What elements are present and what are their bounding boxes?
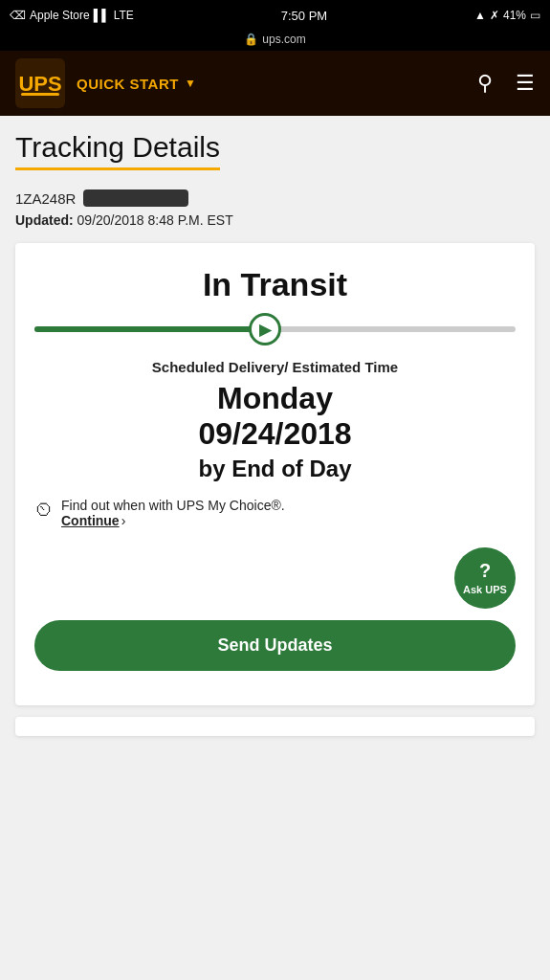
clock-icon: ⏲ bbox=[34, 499, 54, 521]
continue-link[interactable]: Continue › bbox=[61, 513, 125, 528]
my-choice-row: ⏲ Find out when with UPS My Choice®. Con… bbox=[34, 498, 516, 528]
status-right: ▲ ✗ 41% ▭ bbox=[474, 9, 540, 22]
ask-ups-button[interactable]: ? Ask UPS bbox=[454, 547, 516, 609]
ups-logo[interactable]: UPS bbox=[15, 58, 65, 108]
quick-start-menu[interactable]: QUICK START ▼ bbox=[77, 76, 196, 92]
page-title: Tracking Details bbox=[15, 131, 220, 170]
lock-icon: 🔒 bbox=[244, 33, 258, 46]
progress-bar-container: ▶ bbox=[34, 326, 516, 332]
menu-icon[interactable]: ☰ bbox=[516, 71, 535, 96]
signal-bars: ▌▌ bbox=[94, 9, 110, 22]
carrier-name: Apple Store bbox=[30, 9, 90, 22]
progress-fill bbox=[34, 326, 265, 332]
network-type: LTE bbox=[114, 9, 134, 22]
ask-ups-float: ? Ask UPS bbox=[34, 547, 516, 609]
bottom-section-hint bbox=[15, 717, 535, 736]
quick-start-arrow-icon: ▼ bbox=[185, 77, 196, 90]
svg-rect-2 bbox=[21, 93, 59, 96]
delivery-label: Scheduled Delivery/ Estimated Time bbox=[34, 359, 516, 375]
status-bar: ⌫ Apple Store ▌▌ LTE 7:50 PM ▲ ✗ 41% ▭ bbox=[0, 0, 550, 31]
ask-ups-label: Ask UPS bbox=[463, 584, 507, 595]
location-icon: ▲ bbox=[474, 9, 486, 22]
carrier-icon: ⌫ bbox=[10, 9, 26, 22]
progress-track: ▶ bbox=[34, 326, 516, 332]
url-text: ups.com bbox=[262, 33, 305, 46]
status-time: 7:50 PM bbox=[281, 9, 327, 23]
search-icon[interactable]: ⚲ bbox=[477, 71, 493, 96]
tracking-card: In Transit ▶ Scheduled Delivery/ Estimat… bbox=[15, 243, 535, 705]
my-choice-description: Find out when with UPS My Choice®. bbox=[61, 498, 285, 513]
send-updates-button[interactable]: Send Updates bbox=[34, 620, 516, 671]
continue-anchor[interactable]: Continue bbox=[61, 513, 120, 528]
svg-text:UPS: UPS bbox=[18, 72, 61, 96]
url-bar[interactable]: 🔒 ups.com bbox=[0, 31, 550, 51]
my-choice-text: Find out when with UPS My Choice®. Conti… bbox=[61, 498, 285, 528]
delivery-eod: by End of Day bbox=[34, 456, 516, 482]
tracking-number: 1ZA248R bbox=[15, 189, 535, 207]
continue-chevron-icon: › bbox=[121, 513, 126, 528]
bluetooth-icon: ✗ bbox=[490, 9, 499, 22]
tracking-number-redacted bbox=[83, 189, 188, 207]
status-left: ⌫ Apple Store ▌▌ LTE bbox=[10, 9, 134, 22]
question-icon: ? bbox=[479, 560, 491, 582]
progress-thumb: ▶ bbox=[249, 313, 281, 345]
updated-text: Updated: 09/20/2018 8:48 P.M. EST bbox=[15, 212, 535, 228]
header-icons: ⚲ ☰ bbox=[477, 71, 535, 96]
main-content: Tracking Details 1ZA248R Updated: 09/20/… bbox=[0, 116, 550, 751]
tracking-info: 1ZA248R Updated: 09/20/2018 8:48 P.M. ES… bbox=[15, 189, 535, 228]
delivery-day: Monday 09/24/2018 bbox=[34, 381, 516, 452]
ups-header: UPS QUICK START ▼ ⚲ ☰ bbox=[0, 51, 550, 116]
tracking-number-prefix: 1ZA248R bbox=[15, 190, 76, 207]
updated-label: Updated: bbox=[15, 212, 74, 228]
status-title: In Transit bbox=[34, 266, 516, 303]
battery-level: 41% bbox=[503, 9, 526, 22]
battery-icon: ▭ bbox=[530, 9, 540, 22]
updated-value: 09/20/2018 8:48 P.M. EST bbox=[77, 212, 233, 228]
quick-start-label: QUICK START bbox=[77, 76, 179, 92]
